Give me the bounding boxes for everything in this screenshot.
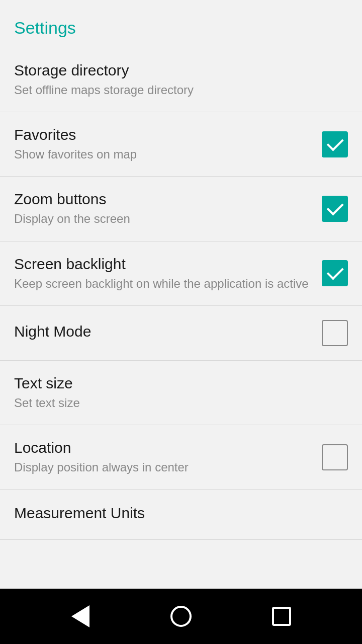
recents-icon [272,607,291,626]
night-mode-checkbox[interactable] [322,320,348,346]
location-checkbox[interactable] [322,444,348,470]
settings-list: Storage directory Set offline maps stora… [0,48,362,589]
home-icon [170,606,192,627]
settings-item-storage-directory[interactable]: Storage directory Set offline maps stora… [0,48,362,112]
nav-recents-button[interactable] [266,601,297,631]
text-size-title: Text size [14,375,338,392]
screen-backlight-checkbox[interactable] [322,260,348,286]
storage-directory-subtitle: Set offline maps storage directory [14,82,338,98]
favorites-checkbox[interactable] [322,131,348,157]
nav-bar [0,589,362,644]
nav-home-button[interactable] [166,601,196,631]
settings-item-measurement-units[interactable]: Measurement Units [0,490,362,540]
storage-directory-title: Storage directory [14,62,338,79]
page-title: Settings [0,0,362,48]
favorites-title: Favorites [14,126,312,143]
settings-item-screen-backlight[interactable]: Screen backlight Keep screen backlight o… [0,242,362,306]
settings-item-favorites[interactable]: Favorites Show favorites on map [0,112,362,177]
text-size-subtitle: Set text size [14,395,338,411]
back-icon [71,605,89,627]
settings-item-location[interactable]: Location Display position always in cent… [0,425,362,490]
settings-item-text-size[interactable]: Text size Set text size [0,361,362,425]
zoom-buttons-subtitle: Display on the screen [14,211,312,226]
measurement-units-title: Measurement Units [14,505,338,522]
screen-backlight-subtitle: Keep screen backlight on while the appli… [14,276,312,291]
settings-item-night-mode[interactable]: Night Mode [0,306,362,361]
location-subtitle: Display position always in center [14,459,312,475]
location-title: Location [14,439,312,456]
favorites-subtitle: Show favorites on map [14,146,312,162]
settings-item-zoom-buttons[interactable]: Zoom buttons Display on the screen [0,177,362,241]
night-mode-title: Night Mode [14,323,312,340]
zoom-buttons-title: Zoom buttons [14,191,312,208]
screen-backlight-title: Screen backlight [14,256,312,273]
nav-back-button[interactable] [65,601,96,631]
zoom-buttons-checkbox[interactable] [322,196,348,222]
